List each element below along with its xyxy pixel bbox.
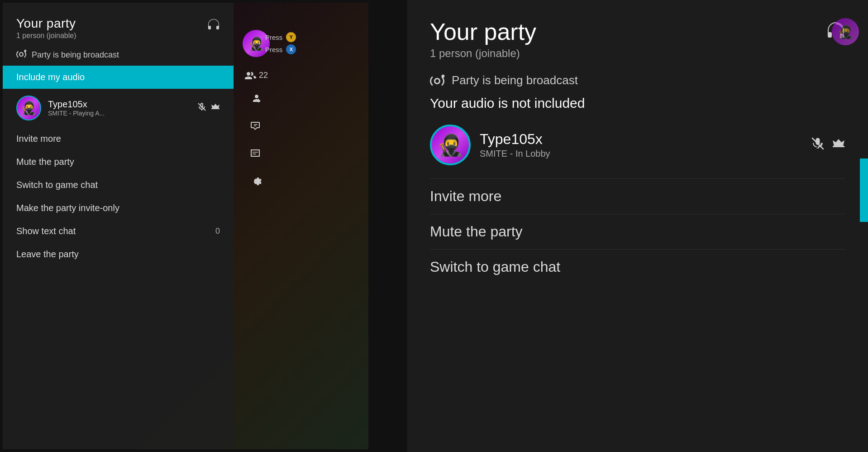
divider-3 (430, 249, 845, 250)
right-member-action-icons (811, 137, 845, 154)
svg-rect-2 (254, 124, 258, 125)
right-broadcast-label: Party is being broadcast (452, 73, 578, 87)
press-y-button: Press Y (265, 32, 296, 42)
right-partial-avatar: 🥷 (832, 18, 859, 45)
leave-party-item[interactable]: Leave the party (3, 243, 234, 266)
headset-icon (207, 19, 220, 32)
member-name: Type105x (48, 99, 191, 110)
right-crown-icon (832, 137, 845, 154)
member-game-status: SMITE - Playing A... (48, 110, 191, 117)
people-icon (244, 71, 256, 80)
right-avatar-emoji: 🥷 (438, 133, 463, 157)
right-switch-game-chat-item[interactable]: Switch to game chat (430, 251, 845, 283)
left-screen-nav-icons: 🥷 22 (234, 3, 279, 449)
right-party-subtitle: 1 person (joinable) (430, 47, 536, 60)
right-invite-more-item[interactable]: Invite more (430, 181, 845, 212)
right-party-title-block: Your party 1 person (joinable) (430, 18, 536, 60)
left-screen: Your party 1 person (joinable) Party is … (0, 0, 371, 452)
party-title: Your party (16, 16, 76, 31)
party-subtitle: 1 person (joinable) (16, 32, 76, 40)
right-party-title: Your party (430, 18, 536, 45)
right-screen: Your party 1 person (joinable) Party is … (407, 0, 868, 452)
gear-nav-icon[interactable] (250, 175, 262, 191)
include-audio-label: Include my audio (16, 72, 85, 82)
switch-game-chat-item[interactable]: Switch to game chat (3, 173, 234, 197)
right-switch-game-chat-label: Switch to game chat (430, 259, 560, 275)
chat-bubble-nav-icon[interactable] (250, 121, 262, 135)
press-buttons-overlay: Press Y Press X (265, 32, 296, 57)
member-item: 🥷 Type105x SMITE - Playing A... (3, 89, 234, 127)
member-avatar: 🥷 (16, 96, 41, 120)
svg-rect-3 (254, 125, 256, 126)
crown-icon (211, 102, 220, 114)
text-chat-badge: 0 (215, 226, 220, 236)
message-nav-icon[interactable] (250, 148, 262, 162)
avatar-emoji: 🥷 (21, 101, 37, 115)
leave-party-label: Leave the party (16, 249, 79, 260)
right-mute-party-label: Mute the party (430, 223, 523, 240)
nav-avatar-emoji: 🥷 (248, 36, 264, 51)
left-sidebar-panel: Your party 1 person (joinable) Party is … (3, 3, 234, 449)
include-audio-item[interactable]: Include my audio (3, 66, 234, 89)
right-invite-more-label: Invite more (430, 188, 501, 204)
right-broadcast-item: Party is being broadcast (430, 69, 845, 92)
member-info: Type105x SMITE - Playing A... (48, 99, 191, 117)
press-x-button: Press X (265, 44, 296, 54)
right-partial-avatar-emoji: 🥷 (838, 24, 854, 39)
switch-game-chat-label: Switch to game chat (16, 180, 98, 190)
invite-more-item[interactable]: Invite more (3, 127, 234, 150)
broadcast-icon (16, 50, 26, 60)
invite-only-label: Make the party invite-only (16, 203, 119, 213)
right-mic-off-icon (811, 137, 825, 154)
right-member-avatar: 🥷 (430, 125, 471, 165)
party-header: Your party 1 person (joinable) (3, 3, 234, 44)
mute-party-item[interactable]: Mute the party (3, 150, 234, 173)
broadcast-item: Party is being broadcast (3, 44, 234, 66)
right-member-game-status: SMITE - In Lobby (480, 149, 802, 159)
right-member-info: Type105x SMITE - In Lobby (480, 131, 802, 159)
member-action-icons (197, 102, 220, 114)
divider-1 (430, 178, 845, 179)
y-button-circle: Y (286, 32, 296, 42)
show-text-chat-label: Show text chat (16, 226, 76, 236)
right-member-item: 🥷 Type105x SMITE - In Lobby (430, 120, 845, 177)
right-scrollbar-indicator (860, 159, 868, 222)
mute-party-label: Mute the party (16, 157, 74, 167)
press-x-label: Press (265, 46, 282, 53)
middle-gap (371, 0, 407, 452)
right-party-header: Your party 1 person (joinable) (430, 18, 845, 60)
person-add-nav-icon[interactable] (250, 94, 262, 107)
people-count-group: 22 (244, 71, 268, 80)
mic-off-icon (197, 102, 206, 114)
broadcast-label: Party is being broadcast (32, 50, 119, 60)
people-count: 22 (259, 71, 268, 80)
right-mute-party-item[interactable]: Mute the party (430, 216, 845, 247)
x-button-circle: X (286, 44, 296, 54)
show-text-chat-item[interactable]: Show text chat 0 (3, 220, 234, 243)
invite-more-label: Invite more (16, 134, 61, 144)
invite-only-item[interactable]: Make the party invite-only (3, 197, 234, 220)
right-member-name: Type105x (480, 131, 802, 148)
party-title-block: Your party 1 person (joinable) (16, 16, 76, 40)
right-audio-note: Your audio is not included (430, 92, 845, 120)
press-y-label: Press (265, 34, 282, 41)
right-broadcast-icon (430, 75, 444, 87)
divider-2 (430, 214, 845, 214)
